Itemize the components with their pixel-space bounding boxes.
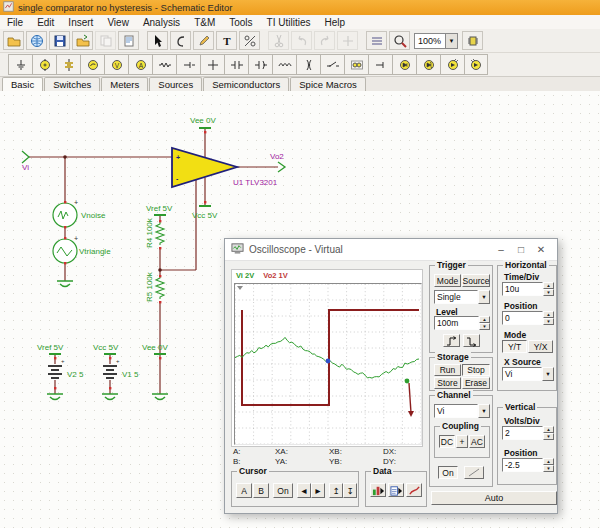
time-div-spinner[interactable]: 10u ▲▼ <box>502 282 554 296</box>
volts-div-up-button[interactable]: ▲ <box>543 426 554 433</box>
vnoise-label[interactable]: Vnoise <box>81 211 106 220</box>
grid-list-button[interactable] <box>366 31 387 50</box>
transformer-component-button[interactable] <box>296 54 320 75</box>
battery-component-button[interactable] <box>56 54 80 75</box>
r5-label[interactable]: R5 100k <box>145 271 154 302</box>
cursor-on-button[interactable]: On <box>273 483 293 498</box>
copy-button[interactable] <box>95 31 116 50</box>
channel-value[interactable]: Vi <box>434 404 478 418</box>
r5-resistor[interactable] <box>156 276 164 299</box>
copy-data-button[interactable] <box>388 483 404 497</box>
v2-label[interactable]: V2 5 <box>67 370 84 379</box>
vref-bat-label[interactable]: Vref 5V <box>37 343 64 352</box>
trigger-mode-button[interactable]: Mode <box>434 274 461 287</box>
relay-component-button[interactable] <box>344 54 368 75</box>
yt-mode-button[interactable]: Y/T <box>502 340 527 353</box>
v1-label[interactable]: V1 5 <box>122 370 139 379</box>
menu-t-m[interactable]: T&M <box>187 16 222 29</box>
time-div-down-button[interactable]: ▼ <box>543 289 554 296</box>
vee-bat-label[interactable]: Vee 0V <box>142 343 168 352</box>
generator-component-button[interactable] <box>80 54 104 75</box>
channel-on-button[interactable]: On <box>438 466 458 479</box>
v1-battery[interactable]: + <box>103 358 120 378</box>
x-source-dropdown[interactable]: Vi ▼ <box>502 367 554 381</box>
open-folder-button[interactable] <box>3 31 24 50</box>
redo-button[interactable] <box>314 31 335 50</box>
vi-edge-marker[interactable] <box>405 379 410 384</box>
wire-tool-button[interactable] <box>170 31 191 50</box>
paste-button[interactable] <box>118 31 139 50</box>
close-button[interactable]: ✕ <box>531 244 551 255</box>
vi-label[interactable]: Vi <box>22 163 29 172</box>
node-plus-component-button[interactable] <box>200 54 224 75</box>
menu-edit[interactable]: Edit <box>30 16 61 29</box>
erase-button[interactable]: Erase <box>462 377 490 389</box>
trigger-mode-value[interactable]: Single <box>434 290 478 304</box>
auto-button[interactable]: Auto <box>431 491 557 505</box>
cursor-arrow-button[interactable] <box>147 31 168 50</box>
crosshair-button[interactable] <box>337 31 358 50</box>
polarized-capacitor-component-button[interactable] <box>248 54 272 75</box>
oscilloscope-window[interactable]: Oscilloscope - Virtual – □ ✕ Vi 2VVo2 1V… <box>224 238 558 514</box>
diode-component-button[interactable] <box>392 54 416 75</box>
store-button[interactable]: Store <box>434 377 461 389</box>
h-position-down-button[interactable]: ▼ <box>543 318 554 325</box>
cursor-up-button[interactable]: ↥ <box>329 483 343 498</box>
coupling-plus-button[interactable]: + <box>456 435 468 448</box>
cursor-left-button[interactable]: ◄ <box>297 483 311 498</box>
v-position-spinner[interactable]: -2.5 ▲▼ <box>502 458 554 472</box>
vref-divider-label[interactable]: Vref 5V <box>146 204 173 213</box>
tab-basic[interactable]: Basic <box>2 77 43 91</box>
v-position-up-button[interactable]: ▲ <box>543 458 554 465</box>
vi-terminal[interactable] <box>22 151 29 163</box>
menu-tools[interactable]: Tools <box>222 16 259 29</box>
cursor-a-button[interactable]: A <box>236 483 252 498</box>
trigger-level-input[interactable]: 100m <box>434 316 479 330</box>
trigger-source-button[interactable]: Source <box>462 274 490 287</box>
falling-edge-button[interactable] <box>463 334 480 347</box>
vo2-label[interactable]: Vo2 <box>270 152 284 161</box>
text-tool-button[interactable]: T <box>216 31 237 50</box>
ground-component-button[interactable] <box>8 54 32 75</box>
ic-component-button[interactable] <box>462 31 483 50</box>
run-button[interactable]: Run <box>434 364 461 376</box>
zoom-level-select[interactable]: 100%▼ <box>414 33 458 49</box>
channel-slope-button[interactable] <box>464 466 484 479</box>
tab-spice-macros[interactable]: Spice Macros <box>290 77 366 91</box>
undo-button[interactable] <box>291 31 312 50</box>
voltmeter-component-button[interactable]: V <box>104 54 128 75</box>
zoom-magnifier-button[interactable] <box>389 31 410 50</box>
x-source-dropdown-button[interactable]: ▼ <box>542 367 554 381</box>
menu-file[interactable]: File <box>0 16 30 29</box>
capacitor-component-button[interactable] <box>224 54 248 75</box>
voltage-source-component-button[interactable] <box>32 54 56 75</box>
channel-dropdown-button[interactable]: ▼ <box>478 404 490 418</box>
cursor-right-button[interactable]: ► <box>311 483 325 498</box>
trigger-level-down-button[interactable]: ▼ <box>479 323 490 330</box>
save-curve-button[interactable] <box>370 483 386 497</box>
v-position-down-button[interactable]: ▼ <box>543 465 554 472</box>
volts-div-spinner[interactable]: 2 ▲▼ <box>502 426 554 440</box>
vtriangle-label[interactable]: Vtriangle <box>79 247 111 256</box>
cursor-down-button[interactable]: ↧ <box>343 483 357 498</box>
probe-component-button[interactable] <box>176 54 200 75</box>
trigger-mode-dropdown[interactable]: Single ▼ <box>434 290 490 304</box>
minimize-button[interactable]: – <box>491 244 511 255</box>
ammeter-component-button[interactable]: A <box>128 54 152 75</box>
trigger-level-spinner[interactable]: 100m ▲▼ <box>434 316 490 330</box>
zoom-dropdown-button[interactable]: ▼ <box>445 34 457 48</box>
channel-dropdown[interactable]: Vi ▼ <box>434 404 490 418</box>
r4-label[interactable]: R4 100k <box>145 217 154 248</box>
oscilloscope-titlebar[interactable]: Oscilloscope - Virtual – □ ✕ <box>225 239 557 261</box>
h-position-input[interactable]: 0 <box>502 311 543 325</box>
rising-edge-button[interactable] <box>443 334 460 347</box>
resistor-component-button[interactable] <box>152 54 176 75</box>
led-component-button[interactable] <box>440 54 464 75</box>
volts-div-down-button[interactable]: ▼ <box>543 433 554 440</box>
v2-battery[interactable]: + <box>48 358 65 378</box>
tab-sources[interactable]: Sources <box>149 77 202 91</box>
pencil-button[interactable] <box>193 31 214 50</box>
r4-resistor[interactable] <box>156 222 164 245</box>
vcc-bat-label[interactable]: Vcc 5V <box>93 343 119 352</box>
vo2-edge-marker[interactable] <box>408 383 414 417</box>
